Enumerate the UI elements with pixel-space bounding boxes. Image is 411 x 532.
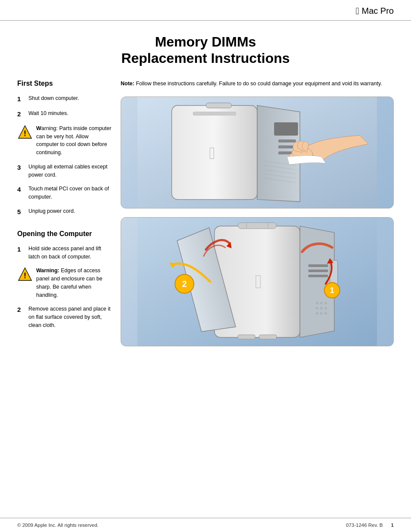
svg-rect-9: [193, 112, 236, 115]
svg-point-37: [324, 302, 327, 304]
warning-label-1: W: [36, 125, 41, 131]
step-text-1: Shut down computer.: [28, 94, 79, 103]
svg-point-43: [324, 312, 327, 314]
opening-step-num-2: 2: [17, 305, 25, 314]
opening-step-text-1: Hold side access panel and lift latch on…: [28, 245, 112, 261]
step-1: 1 Shut down computer.: [17, 94, 112, 103]
svg-point-36: [320, 302, 323, 304]
warning-text-2: Warning: Edges of access panel and enclo…: [36, 267, 112, 299]
svg-rect-26: [238, 335, 255, 339]
warning-1: ! Warning: Parts inside computer can be …: [17, 124, 112, 157]
first-steps-section: First Steps 1 Shut down computer. 2 Wait…: [17, 80, 112, 216]
warning-label-2: Warning:: [36, 268, 59, 274]
title: Memory DIMMs Replacement Instructions: [17, 34, 394, 67]
step-3: 3 Unplug all external cables except powe…: [17, 163, 112, 179]
step-text-2: Wait 10 minutes.: [28, 109, 68, 118]
svg-rect-10: [206, 103, 232, 108]
opening-step-2: 2 Remove access panel and place it on fl…: [17, 305, 112, 329]
opening-title: Opening the Computer: [17, 230, 112, 238]
svg-text:1: 1: [330, 286, 334, 294]
apple-logo-icon: : [355, 6, 359, 16]
svg-rect-34: [308, 275, 328, 277]
opening-section: Opening the Computer 1 Hold side access …: [17, 230, 112, 330]
illustration-1-svg: : [121, 97, 393, 208]
step-text-3: Unplug all external cables except power …: [28, 163, 112, 179]
step-num-2: 2: [17, 109, 25, 118]
svg-point-38: [316, 307, 318, 309]
footer-doc-num: 073-1246 Rev. B: [346, 523, 383, 528]
svg-rect-14: [274, 122, 298, 135]
step-text-4: Touch metal PCI cover on back of compute…: [28, 185, 112, 201]
svg-rect-32: [308, 264, 328, 267]
left-column: First Steps 1 Shut down computer. 2 Wait…: [17, 80, 121, 355]
first-steps-title: First Steps: [17, 80, 112, 87]
svg-rect-33: [308, 270, 328, 272]
brand:  Mac Pro: [355, 6, 394, 16]
svg-point-35: [316, 302, 318, 304]
svg-rect-27: [259, 335, 277, 339]
warning-icon-2: !: [17, 267, 33, 282]
svg-text:: : [255, 271, 262, 292]
step-num-4: 4: [17, 185, 25, 194]
header:  Mac Pro: [0, 0, 411, 21]
main-content: Memory DIMMs Replacement Instructions Fi…: [0, 21, 411, 368]
note-box: Note: Follow these instructions carefull…: [121, 80, 394, 88]
content-layout: First Steps 1 Shut down computer. 2 Wait…: [17, 80, 394, 355]
brand-name: Mac Pro: [362, 6, 394, 16]
step-4: 4 Touch metal PCI cover on back of compu…: [17, 185, 112, 201]
warning-2: ! Warning: Edges of access panel and enc…: [17, 267, 112, 299]
illustration-2:  1: [121, 217, 394, 346]
svg-point-41: [316, 312, 318, 314]
warning-text-1: Warning: Parts inside computer can be ve…: [36, 124, 112, 157]
svg-text:!: !: [24, 129, 26, 138]
opening-step-1: 1 Hold side access panel and lift latch …: [17, 245, 112, 261]
step-num-5: 5: [17, 207, 25, 216]
step-text-5: Unplug power cord.: [28, 207, 75, 215]
svg-point-40: [324, 307, 327, 309]
footer-right: 073-1246 Rev. B 1: [346, 523, 394, 528]
illustration-2-svg:  1: [121, 218, 393, 346]
page:  Mac Pro Memory DIMMs Replacement Instr…: [0, 0, 411, 532]
step-5: 5 Unplug power cord.: [17, 207, 112, 216]
footer: © 2009 Apple Inc. All rights reserved. 0…: [0, 518, 411, 532]
svg-text:2: 2: [182, 279, 187, 288]
doc-title: Memory DIMMs Replacement Instructions: [17, 34, 394, 67]
step-num-1: 1: [17, 94, 25, 103]
svg-text:!: !: [24, 271, 26, 280]
footer-page: 1: [391, 523, 394, 528]
svg-text:: : [209, 143, 216, 162]
opening-step-num-1: 1: [17, 245, 25, 254]
note-label: Note:: [121, 81, 134, 87]
footer-copyright: © 2009 Apple Inc. All rights reserved.: [17, 523, 99, 528]
opening-step-text-2: Remove access panel and place it on flat…: [28, 305, 112, 329]
note-text: Follow these instructions carefully. Fai…: [136, 81, 382, 87]
step-2: 2 Wait 10 minutes.: [17, 109, 112, 118]
svg-point-42: [320, 312, 323, 314]
illustration-1: : [121, 96, 394, 208]
svg-rect-23: [238, 222, 276, 228]
right-column: Note: Follow these instructions carefull…: [121, 80, 394, 355]
warning-icon-1: !: [17, 124, 33, 140]
svg-point-39: [320, 307, 323, 309]
svg-rect-11: [279, 140, 296, 142]
step-num-3: 3: [17, 163, 25, 172]
